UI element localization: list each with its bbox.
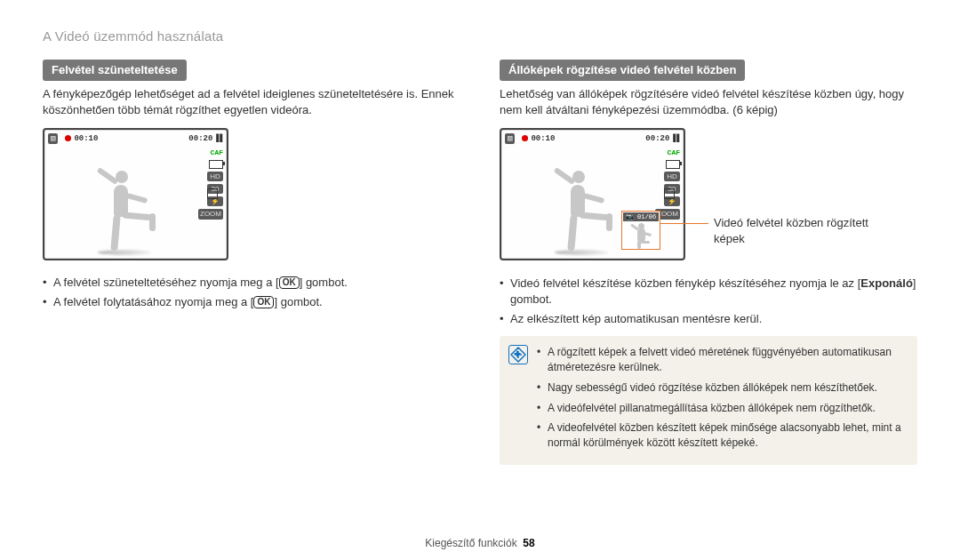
right-column: Állóképek rögzítése videó felvétel közbe…: [500, 60, 917, 465]
ok-button-icon: OK: [253, 296, 274, 308]
captured-still-thumbnail: 📷 01/06: [621, 211, 660, 250]
callout-text: Videó felvétel közben rögzített képek: [708, 215, 892, 247]
ok-button-icon: OK: [279, 276, 300, 289]
elapsed-time: 00:10: [531, 133, 555, 145]
note-box: A rögzített képek a felvett videó méreté…: [500, 336, 917, 465]
shutter-label: Exponáló: [860, 276, 913, 290]
section-header-stills: Állóképek rögzítése videó felvétel közbe…: [500, 60, 745, 81]
footer-section: Kiegészítő funkciók: [425, 537, 516, 549]
two-column-layout: Felvétel szüneteltetése A fényképezőgép …: [43, 60, 917, 465]
camera-screen: ▧ 00:10 00:20 ▋▋ CAF HD 30 ⚡ ZOOM: [500, 128, 685, 260]
stills-intro: Lehetőség van állóképek rögzítésére vide…: [500, 86, 917, 118]
landscape-icon: ▧: [48, 133, 58, 145]
camera-topbar: ▧ 00:10 00:20 ▋▋: [505, 133, 680, 145]
record-indicator-icon: [65, 135, 71, 141]
note-list: A rögzített képek a felvett videó méreté…: [537, 345, 907, 456]
list-item: A felvétel folytatásához nyomja meg a [O…: [43, 294, 460, 310]
camera-screen: ▧ 00:10 00:20 ▋▋ CAF HD 30 ⚡ ZOOM: [43, 128, 228, 260]
hd-icon: HD: [207, 172, 223, 181]
elapsed-time: 00:10: [74, 133, 98, 145]
camera-status-column: CAF HD 30 ⚡ ZOOM: [198, 148, 223, 220]
remaining-time: 00:20: [645, 133, 669, 145]
list-item: Nagy sebességű videó rögzítése közben ál…: [537, 380, 907, 396]
page-number: 58: [523, 537, 534, 549]
page-footer: Kiegészítő funkciók 58: [0, 536, 960, 551]
manual-page: A Videó üzemmód használata Felvétel szün…: [0, 0, 960, 560]
pause-icon: ▋▋: [673, 133, 680, 143]
list-item: A felvétel szüneteltetéséhez nyomja meg …: [43, 275, 460, 291]
remaining-time: 00:20: [188, 133, 212, 145]
record-indicator-icon: [522, 135, 528, 141]
list-item: A videofelvétel közben készített képek m…: [537, 420, 907, 451]
dancer-silhouette: [80, 160, 160, 253]
section-header-pause: Felvétel szüneteltetése: [43, 60, 187, 81]
landscape-icon: ▧: [505, 133, 515, 145]
dancer-silhouette: [537, 160, 617, 253]
list-item: Videó felvétel készítése közben fénykép …: [500, 276, 917, 308]
battery-icon: [209, 160, 223, 169]
callout-line: [660, 223, 708, 224]
pause-intro: A fényképezőgép lehetőséget ad a felvéte…: [43, 86, 460, 118]
battery-icon: [666, 160, 680, 169]
left-column: Felvétel szüneteltetése A fényképezőgép …: [43, 60, 460, 465]
caf-indicator: CAF: [211, 148, 223, 157]
list-item: Az elkészített kép automatikusan mentésr…: [500, 311, 917, 327]
hd-icon: HD: [664, 172, 680, 181]
thumbnail-counter: 📷 01/06: [623, 212, 659, 221]
caf-indicator: CAF: [668, 148, 680, 157]
page-title: A Videó üzemmód használata: [43, 27, 917, 45]
camera-topbar: ▧ 00:10 00:20 ▋▋: [48, 133, 223, 145]
camera-preview-pause: ▧ 00:10 00:20 ▋▋ CAF HD 30 ⚡ ZOOM: [43, 128, 460, 260]
note-icon: [508, 345, 528, 364]
exposure-target-icon: [207, 188, 218, 199]
pause-instructions: A felvétel szüneteltetéséhez nyomja meg …: [43, 275, 460, 310]
list-item: A rögzített képek a felvett videó méreté…: [537, 345, 907, 375]
stills-instructions: Videó felvétel készítése közben fénykép …: [500, 276, 917, 328]
thumbnail-callout: Videó felvétel közben rögzített képek: [660, 215, 892, 247]
camera-status-column: CAF HD 30 ⚡ ZOOM: [655, 148, 680, 220]
zoom-icon: ZOOM: [198, 209, 223, 219]
camera-preview-stills: ▧ 00:10 00:20 ▋▋ CAF HD 30 ⚡ ZOOM: [500, 128, 917, 261]
pause-icon: ▋▋: [216, 133, 223, 143]
list-item: A videófelvétel pillanatmegállítása közb…: [537, 401, 907, 416]
exposure-target-icon: [664, 188, 675, 199]
